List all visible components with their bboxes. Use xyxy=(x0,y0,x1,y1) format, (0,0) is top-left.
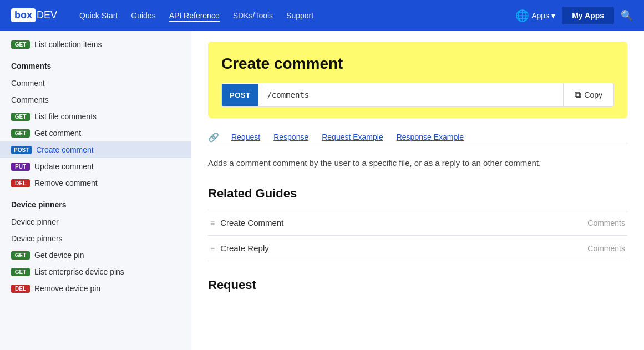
nav-guides[interactable]: Guides xyxy=(131,11,155,20)
top-navbar: box DEV Quick Start Guides API Reference… xyxy=(0,0,644,31)
main-nav: Quick Start Guides API Reference SDKs/To… xyxy=(79,11,313,20)
sidebar-section-device-pinners: Device pinners xyxy=(0,191,191,214)
badge-get: GET xyxy=(11,40,30,49)
logo-box: box xyxy=(11,8,36,22)
sidebar-item-comments[interactable]: Comments xyxy=(0,92,191,108)
sidebar-item-list-enterprise-device-pins[interactable]: GET List enterprise device pins xyxy=(0,263,191,280)
logo-dev: DEV xyxy=(37,9,57,21)
guide-name-1: Create Comment xyxy=(220,218,283,227)
guide-list-icon-2: ≡ xyxy=(210,244,215,253)
request-section-title: Request xyxy=(208,278,627,292)
header-right: 🌐 Apps ▾ My Apps 🔍 xyxy=(515,7,633,24)
tab-response[interactable]: Response xyxy=(268,129,314,145)
copy-label: Copy xyxy=(584,90,602,99)
guide-category-1: Comments xyxy=(587,219,625,227)
search-icon-button[interactable]: 🔍 xyxy=(621,9,633,22)
sidebar-item-device-pinner[interactable]: Device pinner xyxy=(0,214,191,230)
sidebar-item-update-comment[interactable]: PUT Update comment xyxy=(0,158,191,175)
endpoint-header: Create comment POST /comments ⧉ Copy xyxy=(208,42,627,118)
badge-get-5: GET xyxy=(11,268,30,276)
badge-del-2: DEL xyxy=(11,285,30,293)
badge-get-4: GET xyxy=(11,251,30,260)
sidebar-item-get-comment[interactable]: GET Get comment xyxy=(0,125,191,141)
badge-post: POST xyxy=(11,146,32,154)
sidebar-section-comments: Comments xyxy=(0,53,191,75)
endpoint-url-row: POST /comments ⧉ Copy xyxy=(221,83,614,107)
sidebar-item-list-collection[interactable]: GET List collection items xyxy=(0,36,191,53)
sidebar-item-remove-device-pin[interactable]: DEL Remove device pin xyxy=(0,280,191,297)
globe-icon: 🌐 xyxy=(515,9,529,22)
tab-response-example[interactable]: Response Example xyxy=(391,129,469,145)
sidebar-item-comment[interactable]: Comment xyxy=(0,75,191,92)
sidebar-item-remove-comment[interactable]: DEL Remove comment xyxy=(0,175,191,191)
lang-label: Apps xyxy=(531,11,549,20)
page-layout: GET List collection items Comments Comme… xyxy=(0,31,644,350)
guide-list: ≡ Create Comment Comments ≡ Create Reply… xyxy=(208,210,627,261)
guide-item-create-reply[interactable]: ≡ Create Reply Comments xyxy=(208,236,627,261)
search-icon: 🔍 xyxy=(621,10,633,21)
sidebar-item-create-comment[interactable]: POST Create comment xyxy=(0,141,191,158)
logo[interactable]: box DEV xyxy=(11,8,57,22)
endpoint-description: Adds a comment comment by the user to a … xyxy=(208,156,627,170)
language-button[interactable]: 🌐 Apps ▾ xyxy=(515,9,555,22)
sidebar-item-list-file-comments[interactable]: GET List file comments xyxy=(0,108,191,125)
badge-del: DEL xyxy=(11,179,30,187)
method-tag: POST xyxy=(222,84,258,106)
sidebar-item-get-device-pin[interactable]: GET Get device pin xyxy=(0,247,191,263)
sidebar: GET List collection items Comments Comme… xyxy=(0,31,191,350)
guide-item-create-comment[interactable]: ≡ Create Comment Comments xyxy=(208,210,627,236)
main-content: Create comment POST /comments ⧉ Copy 🔗 R… xyxy=(191,31,644,350)
guide-name-2: Create Reply xyxy=(220,244,269,253)
tab-request-example[interactable]: Request Example xyxy=(316,129,389,145)
sidebar-label: List collection items xyxy=(34,40,102,49)
page-title: Create comment xyxy=(221,55,614,73)
nav-sdks-tools[interactable]: SDKs/Tools xyxy=(233,11,273,20)
nav-quick-start[interactable]: Quick Start xyxy=(79,11,118,20)
sidebar-item-device-pinners[interactable]: Device pinners xyxy=(0,230,191,247)
tabs-row: 🔗 Request Response Request Example Respo… xyxy=(208,129,627,145)
copy-icon: ⧉ xyxy=(575,90,581,100)
tab-request[interactable]: Request xyxy=(226,129,266,145)
badge-get-3: GET xyxy=(11,129,30,138)
badge-put: PUT xyxy=(11,163,30,171)
related-guides-title: Related Guides xyxy=(208,186,627,201)
endpoint-path: /comments xyxy=(258,84,563,106)
link-icon: 🔗 xyxy=(208,132,219,143)
nav-support[interactable]: Support xyxy=(286,11,313,20)
badge-get-2: GET xyxy=(11,113,30,121)
guide-list-icon-1: ≡ xyxy=(210,219,215,227)
copy-button[interactable]: ⧉ Copy xyxy=(563,83,613,106)
my-apps-button[interactable]: My Apps xyxy=(562,7,614,24)
guide-category-2: Comments xyxy=(587,244,625,253)
nav-api-reference[interactable]: API Reference xyxy=(169,11,220,20)
chevron-down-icon: ▾ xyxy=(551,11,555,20)
